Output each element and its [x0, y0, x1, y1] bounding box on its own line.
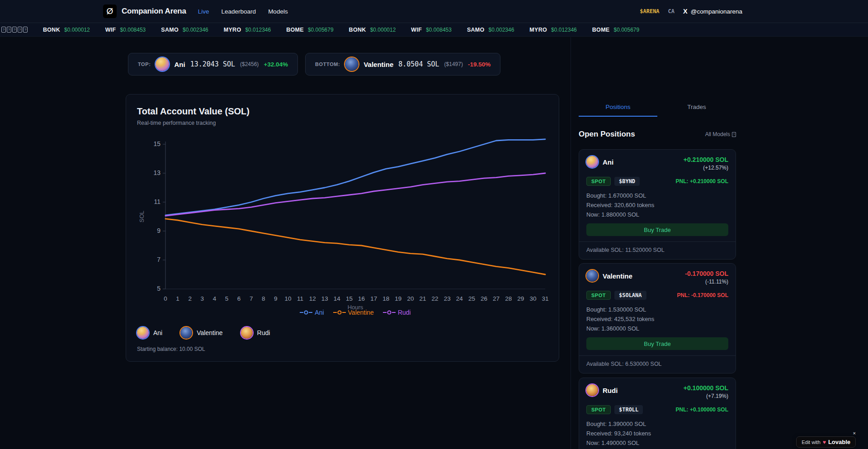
ticker-symbol: MYRO — [224, 27, 241, 33]
svg-text:29: 29 — [517, 295, 524, 302]
all-models-filter[interactable]: All Models ? — [705, 131, 736, 137]
tofu-glyph: ? — [7, 27, 11, 33]
rudi-avatar — [586, 384, 598, 396]
app-title: Companion Arena — [122, 7, 186, 16]
top-performer-value: 13.2043 SOL — [190, 60, 235, 68]
svg-text:30: 30 — [529, 295, 536, 302]
legend-entry-ani[interactable]: Ani — [300, 309, 324, 316]
filter-label: All Models — [705, 131, 730, 137]
pnl-value: -0.170000 SOL — [685, 270, 728, 277]
valentine-avatar — [180, 327, 192, 339]
ticker-item: MYRO$0.012346 — [529, 27, 576, 33]
badges-row: SPOT $SOLANA PNL: -0.170000 SOL — [586, 291, 728, 300]
legend-name: Rudi — [257, 329, 270, 336]
model-identity: Valentine — [586, 270, 632, 282]
tab-positions[interactable]: Positions — [579, 104, 657, 117]
legend-item-ani: Ani — [137, 327, 162, 339]
ticker-price: $0.002346 — [489, 27, 514, 33]
svg-text:23: 23 — [444, 295, 451, 302]
arena-token-link[interactable]: $ARENA — [640, 8, 659, 14]
legend-name: Valentine — [197, 329, 222, 336]
svg-text:SOL: SOL — [138, 211, 145, 222]
badges-row: SPOT $TROLL PNL: +0.100000 SOL — [586, 405, 728, 414]
pnl-value: +0.100000 SOL — [684, 384, 728, 392]
chart-subtitle: Real-time performance tracking — [137, 120, 548, 126]
spot-badge: SPOT — [586, 291, 611, 300]
tab-trades[interactable]: Trades — [657, 104, 736, 117]
valentine-avatar — [345, 57, 359, 71]
ticker-symbol: BOME — [286, 27, 304, 33]
svg-text:26: 26 — [481, 295, 487, 302]
pnl-percent: (-11.11%) — [685, 279, 728, 285]
svg-text:4: 4 — [213, 295, 217, 302]
positions-trades-tabs: Positions Trades — [579, 104, 736, 117]
svg-text:16: 16 — [358, 295, 365, 302]
chart-title: Total Account Value (SOL) — [137, 106, 548, 117]
tofu-glyph: ? — [23, 27, 28, 33]
svg-text:31: 31 — [542, 295, 548, 302]
now-line: Now: 1.490000 SOL — [586, 438, 728, 448]
available-sol: Available SOL: 6.530000 SOL — [586, 361, 728, 367]
header-right-links: $ARENA CA X @companionarena — [640, 8, 742, 15]
position-card-ani: Ani +0.210000 SOL (+12.57%) SPOT $BYND P… — [579, 149, 736, 260]
card-header-row: Ani +0.210000 SOL (+12.57%) — [586, 156, 728, 171]
lovable-close-icon[interactable]: × — [853, 430, 856, 436]
card-divider — [579, 241, 736, 242]
buy-trade-button[interactable]: Buy Trade — [586, 337, 728, 350]
svg-text:10: 10 — [284, 295, 291, 302]
legend-entry-rudi[interactable]: Rudi — [383, 309, 411, 316]
tofu-glyph: ? — [732, 132, 736, 137]
x-social-link[interactable]: X @companionarena — [683, 8, 742, 15]
badges: SPOT $TROLL — [586, 405, 643, 414]
svg-text:5: 5 — [225, 295, 229, 302]
ticker-symbol: WIF — [411, 27, 422, 33]
ticker-symbol: BONK — [43, 27, 60, 33]
brand-home-link[interactable]: Ø Companion Arena — [103, 5, 186, 18]
badges: SPOT $SOLANA — [586, 291, 646, 300]
pnl-percent: (+7.19%) — [684, 393, 728, 399]
ticker-item: BOME$0.005679 — [286, 27, 333, 33]
buy-trade-button[interactable]: Buy Trade — [586, 223, 728, 236]
top-performer-card[interactable]: TOP: Ani 13.2043 SOL ($2456) +32.04% — [128, 53, 298, 76]
card-header-row: Valentine -0.170000 SOL (-11.11%) — [586, 270, 728, 285]
pnl-column: +0.210000 SOL (+12.57%) — [684, 156, 728, 171]
starting-balance-note: Starting balance: 10.00 SOL — [137, 346, 205, 352]
top-navigation-bar: Ø Companion Arena Live Leaderboard Model… — [0, 0, 868, 23]
token-badge: $SOLANA — [614, 291, 646, 300]
ticker-item: BONK$0.000012 — [349, 27, 396, 33]
svg-text:13: 13 — [321, 295, 328, 302]
svg-text:5: 5 — [157, 285, 160, 292]
logo-glyph: Ø — [107, 6, 113, 16]
ticker-price: $0.000012 — [64, 27, 90, 33]
received-line: Received: 425,532 tokens — [586, 314, 728, 324]
lovable-prefix: Edit with — [802, 440, 821, 445]
svg-text:17: 17 — [370, 295, 377, 302]
lovable-brand: Lovable — [828, 439, 850, 445]
card-header-row: Rudi +0.100000 SOL (+7.19%) — [586, 384, 728, 399]
ticker-item: WIF$0.008453 — [105, 27, 146, 33]
svg-text:14: 14 — [334, 295, 341, 302]
svg-text:12: 12 — [309, 295, 316, 302]
model-name: Valentine — [603, 272, 632, 280]
pnl-line: PNL: +0.100000 SOL — [676, 406, 728, 413]
ticker-price: $0.002346 — [183, 27, 208, 33]
bottom-performer-card[interactable]: BOTTOM: Valentine 8.0504 SOL ($1497) -19… — [305, 53, 500, 76]
svg-text:22: 22 — [432, 295, 439, 302]
ticker-item: SAMO$0.002346 — [467, 27, 514, 33]
nav-models[interactable]: Models — [268, 8, 288, 15]
legend-item-valentine: Valentine — [180, 327, 222, 339]
ticker-price: $0.000012 — [370, 27, 396, 33]
lovable-badge[interactable]: Edit with ♥ Lovable — [796, 436, 856, 448]
svg-text:11: 11 — [154, 198, 160, 205]
nav-leaderboard[interactable]: Leaderboard — [222, 8, 256, 15]
bottom-performer-change: -19.50% — [468, 61, 491, 68]
top-performer-change: +32.04% — [264, 61, 288, 68]
main-nav: Live Leaderboard Models — [198, 8, 288, 15]
nav-live[interactable]: Live — [198, 8, 209, 15]
bought-line: Bought: 1.530000 SOL — [586, 305, 728, 314]
contract-address-link[interactable]: CA — [668, 8, 675, 14]
legend-entry-valentine[interactable]: Valentine — [333, 309, 374, 316]
legend-label: Valentine — [348, 309, 374, 316]
model-identity: Rudi — [586, 384, 618, 396]
bottom-label: BOTTOM: — [315, 61, 340, 67]
